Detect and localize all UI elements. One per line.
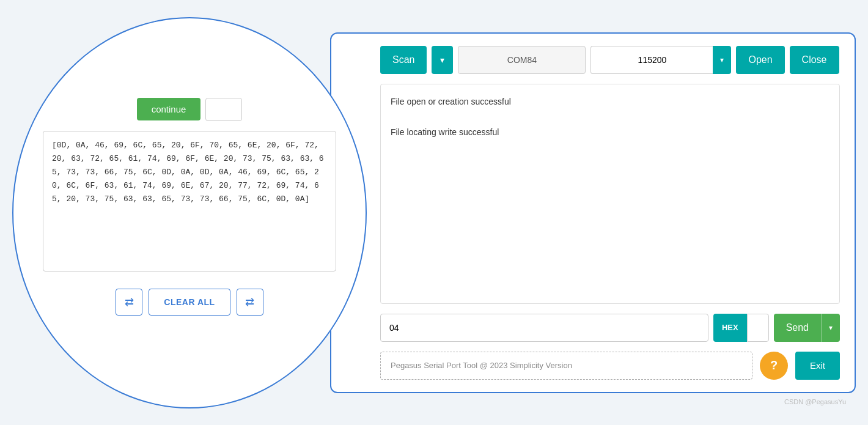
continue-row: continue <box>43 98 336 121</box>
hex-display: [0D, 0A, 46, 69, 6C, 65, 20, 6F, 70, 65,… <box>43 131 336 272</box>
send-button[interactable]: Send <box>774 314 821 342</box>
watermark: CSDN @PegasusYu <box>784 398 846 405</box>
bottom-row: Pegasus Serial Port Tool @ 2023 Simplici… <box>380 352 840 380</box>
main-container: continue [0D, 0A, 46, 69, 6C, 65, 20, 6F… <box>12 14 856 412</box>
continue-button[interactable]: continue <box>137 98 201 120</box>
send-button-group: Send <box>774 314 840 342</box>
close-button[interactable]: Close <box>790 46 839 74</box>
send-input[interactable] <box>380 314 708 342</box>
right-icon-button[interactable]: ⇄ <box>237 289 263 316</box>
baud-rate-group <box>590 46 731 74</box>
toolbar: Scan Open Close <box>380 46 840 74</box>
send-dropdown-button[interactable] <box>821 314 840 342</box>
scan-dropdown-icon <box>440 55 444 65</box>
left-icon-button[interactable]: ⇄ <box>116 289 142 316</box>
bottom-controls: ⇄ CLEAR ALL ⇄ <box>116 289 263 316</box>
hex-checkbox[interactable] <box>747 314 769 342</box>
status-box: Pegasus Serial Port Tool @ 2023 Simplici… <box>380 352 752 380</box>
scan-button[interactable]: Scan <box>380 46 427 74</box>
com-port-input[interactable] <box>458 46 586 74</box>
baud-dropdown-button[interactable] <box>713 46 731 74</box>
log-area: File open or creation successful File lo… <box>380 84 840 304</box>
open-button[interactable]: Open <box>736 46 784 74</box>
continue-input[interactable] <box>205 98 242 121</box>
log-line-1: File open or creation successful <box>391 94 829 109</box>
exit-button[interactable]: Exit <box>795 352 840 380</box>
baud-dropdown-icon <box>720 56 724 64</box>
left-panel-inner: continue [0D, 0A, 46, 69, 6C, 65, 20, 6F… <box>43 98 336 316</box>
baud-rate-input[interactable] <box>590 46 713 74</box>
hex-button[interactable]: HEX <box>713 314 747 342</box>
log-line-2: File locating write successful <box>391 125 829 140</box>
scan-dropdown-button[interactable] <box>432 46 453 74</box>
help-button[interactable]: ? <box>760 352 788 380</box>
send-row: HEX Send <box>380 314 840 342</box>
hex-group: HEX <box>713 314 769 342</box>
right-panel: Scan Open Close File open or creation su… <box>330 32 856 393</box>
clear-all-button[interactable]: CLEAR ALL <box>149 289 230 316</box>
filter-left-icon: ⇄ <box>125 295 134 309</box>
left-panel: continue [0D, 0A, 46, 69, 6C, 65, 20, 6F… <box>12 17 367 408</box>
filter-right-icon: ⇄ <box>245 295 254 309</box>
send-dropdown-icon <box>829 323 833 332</box>
